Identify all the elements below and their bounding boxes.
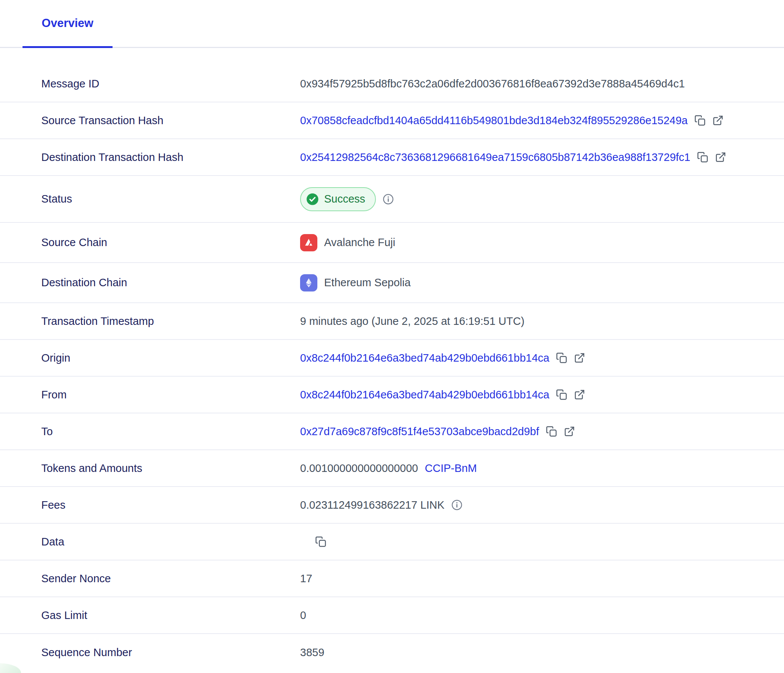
info-icon[interactable]: [383, 194, 394, 205]
origin-address-link[interactable]: 0x8c244f0b2164e6a3bed74ab429b0ebd661bb14…: [300, 352, 549, 364]
info-icon[interactable]: [451, 499, 462, 511]
copy-icon[interactable]: [694, 115, 706, 126]
token-symbol-link[interactable]: CCIP-BnM: [425, 462, 477, 474]
message-id-value: 0x934f57925b5d8fbc763c2a06dfe2d003676816…: [300, 78, 685, 90]
external-link-icon[interactable]: [574, 389, 585, 400]
source-tx-hash-link[interactable]: 0x70858cfeadcfbd1404a65dd4116b549801bde3…: [300, 114, 688, 127]
copy-icon[interactable]: [556, 389, 567, 400]
sequence-number-label: Sequence Number: [41, 647, 300, 659]
row-to: To 0x27d7a69c878f9c8f51f4e53703abce9bacd…: [0, 413, 784, 450]
copy-icon[interactable]: [697, 152, 708, 163]
row-from: From 0x8c244f0b2164e6a3bed74ab429b0ebd66…: [0, 377, 784, 413]
source-chain-label: Source Chain: [41, 236, 300, 249]
gas-limit-label: Gas Limit: [41, 609, 300, 622]
source-tx-hash-label: Source Transaction Hash: [41, 114, 300, 127]
ccip-transaction-overview-page: Overview Message ID 0x934f57925b5d8fbc76…: [0, 0, 784, 673]
destination-tx-hash-link[interactable]: 0x25412982564c8c7363681296681649ea7159c6…: [300, 151, 690, 163]
tokens-and-amounts-label: Tokens and Amounts: [41, 462, 300, 474]
sequence-number-value: 3859: [300, 647, 325, 659]
tab-overview[interactable]: Overview: [22, 0, 112, 48]
status-label: Status: [41, 193, 300, 205]
row-fees: Fees 0.023112499163862217 LINK: [0, 487, 784, 524]
message-id-label: Message ID: [41, 78, 300, 90]
row-origin: Origin 0x8c244f0b2164e6a3bed74ab429b0ebd…: [0, 340, 784, 377]
avalanche-logo-icon: [300, 234, 317, 251]
transaction-timestamp-value: 9 minutes ago (June 2, 2025 at 16:19:51 …: [300, 315, 524, 328]
from-address-link[interactable]: 0x8c244f0b2164e6a3bed74ab429b0ebd661bb14…: [300, 389, 549, 401]
transaction-timestamp-label: Transaction Timestamp: [41, 315, 300, 328]
row-destination-chain: Destination Chain Ethereum Sepolia: [0, 263, 784, 303]
token-amount-value: 0.001000000000000000: [300, 462, 418, 474]
fees-label: Fees: [41, 499, 300, 511]
row-message-id: Message ID 0x934f57925b5d8fbc763c2a06dfe…: [0, 66, 784, 103]
row-source-chain: Source Chain Avalanche Fuji: [0, 223, 784, 263]
origin-label: Origin: [41, 352, 300, 364]
source-chain-value: Avalanche Fuji: [324, 236, 395, 249]
row-tokens-and-amounts: Tokens and Amounts 0.001000000000000000 …: [0, 450, 784, 487]
status-badge-label: Success: [324, 193, 366, 205]
ethereum-logo-icon: [300, 274, 317, 292]
row-data: Data: [0, 524, 784, 561]
copy-icon[interactable]: [546, 426, 557, 437]
external-link-icon[interactable]: [564, 426, 575, 437]
from-label: From: [41, 389, 300, 401]
copy-icon[interactable]: [315, 536, 327, 547]
status-badge: Success: [300, 187, 376, 211]
external-link-icon[interactable]: [715, 152, 726, 163]
gas-limit-value: 0: [300, 609, 306, 622]
check-circle-icon: [306, 193, 319, 205]
row-sender-nonce: Sender Nonce 17: [0, 561, 784, 597]
external-link-icon[interactable]: [712, 115, 723, 126]
tab-bar: Overview: [0, 0, 784, 48]
row-status: Status Success: [0, 176, 784, 223]
to-address-link[interactable]: 0x27d7a69c878f9c8f51f4e53703abce9bacd2d9…: [300, 426, 539, 438]
fees-value: 0.023112499163862217 LINK: [300, 499, 445, 511]
sender-nonce-value: 17: [300, 572, 312, 585]
data-label: Data: [41, 536, 300, 548]
row-transaction-timestamp: Transaction Timestamp 9 minutes ago (Jun…: [0, 303, 784, 340]
tab-overview-label: Overview: [42, 17, 93, 30]
row-source-tx-hash: Source Transaction Hash 0x70858cfeadcfbd…: [0, 103, 784, 139]
destination-tx-hash-label: Destination Transaction Hash: [41, 151, 300, 163]
sender-nonce-label: Sender Nonce: [41, 572, 300, 585]
destination-chain-value: Ethereum Sepolia: [324, 277, 411, 289]
external-link-icon[interactable]: [574, 352, 585, 364]
row-gas-limit: Gas Limit 0: [0, 597, 784, 634]
to-label: To: [41, 426, 300, 438]
row-sequence-number: Sequence Number 3859: [0, 634, 784, 671]
destination-chain-label: Destination Chain: [41, 277, 300, 289]
copy-icon[interactable]: [556, 352, 567, 364]
transaction-details-table: Message ID 0x934f57925b5d8fbc763c2a06dfe…: [0, 66, 784, 671]
row-destination-tx-hash: Destination Transaction Hash 0x254129825…: [0, 139, 784, 176]
